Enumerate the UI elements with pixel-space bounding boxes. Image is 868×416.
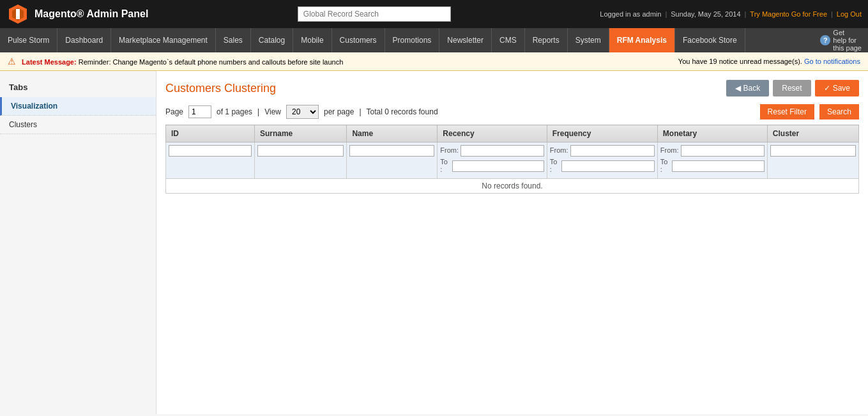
filter-id xyxy=(166,143,255,179)
per-page-label: per page xyxy=(324,107,354,116)
recency-from-label: From: xyxy=(440,146,459,154)
nav-item-catalog[interactable]: Catalog xyxy=(251,28,293,52)
save-label: Save xyxy=(833,84,850,93)
table-header-row: ID Surname Name Recency Frequency Moneta… xyxy=(166,125,859,143)
nav-item-system[interactable]: System xyxy=(568,28,609,52)
sidebar-item-visualization[interactable]: Visualization xyxy=(0,97,156,116)
filter-surname-input[interactable] xyxy=(257,145,344,157)
filter-surname xyxy=(254,143,347,179)
data-table: ID Surname Name Recency Frequency Moneta… xyxy=(165,125,859,194)
recency-to-pair: To : xyxy=(440,158,544,174)
latest-label: Latest Message: xyxy=(22,58,77,66)
header-buttons: ◀ Back Reset ✓ Save xyxy=(726,80,859,96)
nav-item-dashboard[interactable]: Dashboard xyxy=(57,28,111,52)
notice-message: Reminder: Change Magento`s default phone… xyxy=(79,58,344,66)
date-display: Sunday, May 25, 2014 xyxy=(671,10,740,18)
grid-controls: Page of 1 pages | View 20 30 50 100 200 … xyxy=(165,104,859,119)
filter-id-input[interactable] xyxy=(169,145,252,157)
page-input[interactable] xyxy=(188,105,211,118)
save-check-icon: ✓ xyxy=(824,84,830,93)
user-info: Logged in as admin xyxy=(600,10,661,18)
nav-item-mobile[interactable]: Mobile xyxy=(293,28,331,52)
monetary-to-pair: To : xyxy=(660,158,765,174)
try-magento-link[interactable]: Try Magento Go for Free xyxy=(750,10,827,18)
per-page-select[interactable]: 20 30 50 100 200 xyxy=(286,105,319,119)
page-title: Customers Clustering xyxy=(165,82,276,95)
reset-label: Reset xyxy=(782,84,802,93)
col-monetary: Monetary xyxy=(657,125,767,143)
nav-item-sales[interactable]: Sales xyxy=(216,28,251,52)
reset-button[interactable]: Reset xyxy=(773,80,811,96)
search-label: Search xyxy=(827,107,851,116)
recency-to-label: To : xyxy=(440,158,450,173)
content-area: Tabs Visualization Clusters Customers Cl… xyxy=(0,71,868,414)
search-button[interactable]: Search xyxy=(819,104,859,119)
total-records: Total 0 records found xyxy=(367,107,438,116)
reset-filter-button[interactable]: Reset Filter xyxy=(760,104,814,119)
header: Magento® Admin Panel Logged in as admin … xyxy=(0,0,868,28)
filter-frequency: From: To : xyxy=(547,143,657,179)
global-search-input[interactable] xyxy=(298,6,451,22)
page-label: Page xyxy=(165,107,183,116)
col-frequency: Frequency xyxy=(547,125,657,143)
notice-left: ⚠ Latest Message: Reminder: Change Magen… xyxy=(8,56,343,66)
back-label: Back xyxy=(743,84,761,93)
sidebar: Tabs Visualization Clusters xyxy=(0,71,156,414)
frequency-from-input[interactable] xyxy=(570,145,655,157)
monetary-to-input[interactable] xyxy=(672,160,764,172)
back-button[interactable]: ◀ Back xyxy=(726,80,770,96)
col-id: ID xyxy=(166,125,255,143)
help-icon: ? xyxy=(820,35,830,45)
nav-item-cms[interactable]: CMS xyxy=(492,28,525,52)
of-pages: of 1 pages xyxy=(217,107,252,116)
frequency-to-label: To : xyxy=(550,158,560,173)
sidebar-item-clusters[interactable]: Clusters xyxy=(0,116,156,134)
help-link[interactable]: ? Gethelp forthis page xyxy=(814,28,868,52)
filter-name-input[interactable] xyxy=(349,145,434,157)
separator3: | xyxy=(831,10,833,18)
nav-item-newsletter[interactable]: Newsletter xyxy=(439,28,492,52)
notice-bar: ⚠ Latest Message: Reminder: Change Magen… xyxy=(0,52,868,71)
recency-from-pair: From: xyxy=(440,145,544,157)
save-button[interactable]: ✓ Save xyxy=(815,80,859,96)
filter-cluster-input[interactable] xyxy=(770,145,856,157)
nav-item-facebook[interactable]: Facebook Store xyxy=(675,28,745,52)
recency-from-input[interactable] xyxy=(461,145,544,157)
notice-count-text: You have 19 notice unread message(s). xyxy=(678,58,802,65)
search-area xyxy=(148,6,600,22)
navbar: Pulse Storm Dashboard Marketplace Manage… xyxy=(0,28,868,52)
filter-monetary: From: To : xyxy=(657,143,767,179)
logout-link[interactable]: Log Out xyxy=(837,10,862,18)
magento-logo-icon xyxy=(6,3,29,26)
nav-item-marketplace[interactable]: Marketplace Management xyxy=(111,28,216,52)
nav-item-customers[interactable]: Customers xyxy=(332,28,385,52)
main-content: Customers Clustering ◀ Back Reset ✓ Save… xyxy=(156,71,868,414)
filter-recency: From: To : xyxy=(438,143,547,179)
filter-name xyxy=(347,143,438,179)
nav-item-reports[interactable]: Reports xyxy=(525,28,568,52)
notice-right: You have 19 notice unread message(s). Go… xyxy=(678,58,860,65)
logo-text: Magento® Admin Panel xyxy=(34,8,148,20)
col-recency: Recency xyxy=(438,125,547,143)
monetary-to-label: To : xyxy=(660,158,671,173)
goto-notifications-link[interactable]: Go to notifications xyxy=(804,58,860,65)
col-surname: Surname xyxy=(254,125,347,143)
help-text: Gethelp forthis page xyxy=(833,29,862,52)
nav-item-promotions[interactable]: Promotions xyxy=(385,28,440,52)
warning-icon: ⚠ xyxy=(8,56,16,66)
frequency-from-pair: From: xyxy=(550,145,655,157)
svg-rect-2 xyxy=(16,9,20,19)
header-right: Logged in as admin | Sunday, May 25, 201… xyxy=(600,10,862,18)
monetary-from-pair: From: xyxy=(660,145,765,157)
filter-row: From: To : From: xyxy=(166,143,859,179)
separator-bar2: | xyxy=(359,107,361,116)
sidebar-heading: Tabs xyxy=(0,77,156,97)
nav-item-pulse-storm[interactable]: Pulse Storm xyxy=(0,28,57,52)
frequency-from-label: From: xyxy=(550,146,568,154)
frequency-to-input[interactable] xyxy=(561,160,654,172)
nav-item-rfm[interactable]: RFM Analysis xyxy=(609,28,675,52)
monetary-from-input[interactable] xyxy=(681,145,765,157)
separator-bar: | xyxy=(257,107,259,116)
col-name: Name xyxy=(347,125,438,143)
recency-to-input[interactable] xyxy=(452,160,544,172)
